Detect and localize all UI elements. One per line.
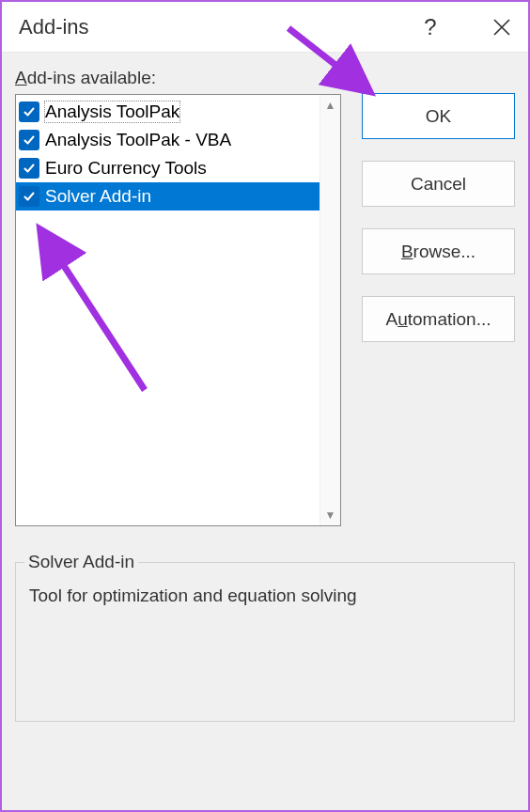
main-row: Add-ins available: Analysis ToolPakAnaly… xyxy=(15,68,515,526)
groupbox-description: Tool for optimization and equation solvi… xyxy=(29,586,501,606)
scroll-down-icon[interactable]: ▼ xyxy=(320,505,340,525)
checkbox-icon[interactable] xyxy=(19,130,39,150)
list-item[interactable]: Analysis ToolPak xyxy=(16,98,320,126)
list-section: Add-ins available: Analysis ToolPakAnaly… xyxy=(15,68,341,526)
addins-dialog: Add-ins ? Add-ins available: Analysis To… xyxy=(2,2,528,810)
list-item[interactable]: Analysis ToolPak - VBA xyxy=(16,126,320,154)
titlebar: Add-ins ? xyxy=(2,2,528,53)
list-item-label: Analysis ToolPak xyxy=(45,102,179,122)
dialog-title: Add-ins xyxy=(19,15,417,39)
checkbox-icon[interactable] xyxy=(19,158,39,179)
list-item-label: Solver Add-in xyxy=(45,186,151,207)
list-item-label: Euro Currency Tools xyxy=(45,158,207,179)
scrollbar[interactable]: ▲ ▼ xyxy=(320,95,340,525)
list-item[interactable]: Euro Currency Tools xyxy=(16,154,320,182)
checkbox-icon[interactable] xyxy=(19,102,39,122)
cancel-button[interactable]: Cancel xyxy=(362,161,515,207)
description-groupbox: Solver Add-in Tool for optimization and … xyxy=(15,562,515,722)
close-icon[interactable] xyxy=(489,14,515,40)
titlebar-actions: ? xyxy=(417,14,515,40)
scroll-up-icon[interactable]: ▲ xyxy=(320,95,340,116)
groupbox-title: Solver Add-in xyxy=(24,552,138,572)
automation-button[interactable]: Automation... xyxy=(362,296,515,342)
addins-listbox[interactable]: Analysis ToolPakAnalysis ToolPak - VBAEu… xyxy=(15,94,341,526)
help-icon[interactable]: ? xyxy=(417,14,444,40)
dialog-content: Add-ins available: Analysis ToolPakAnaly… xyxy=(2,53,528,810)
buttons-column: OK Cancel Browse... Automation... xyxy=(362,93,515,342)
addins-available-label: Add-ins available: xyxy=(15,68,341,88)
list-item[interactable]: Solver Add-in xyxy=(16,182,320,211)
browse-button[interactable]: Browse... xyxy=(362,228,515,274)
ok-button[interactable]: OK xyxy=(362,93,515,139)
checkbox-icon[interactable] xyxy=(19,186,39,207)
list-item-label: Analysis ToolPak - VBA xyxy=(45,130,231,150)
listbox-items: Analysis ToolPakAnalysis ToolPak - VBAEu… xyxy=(16,95,320,525)
